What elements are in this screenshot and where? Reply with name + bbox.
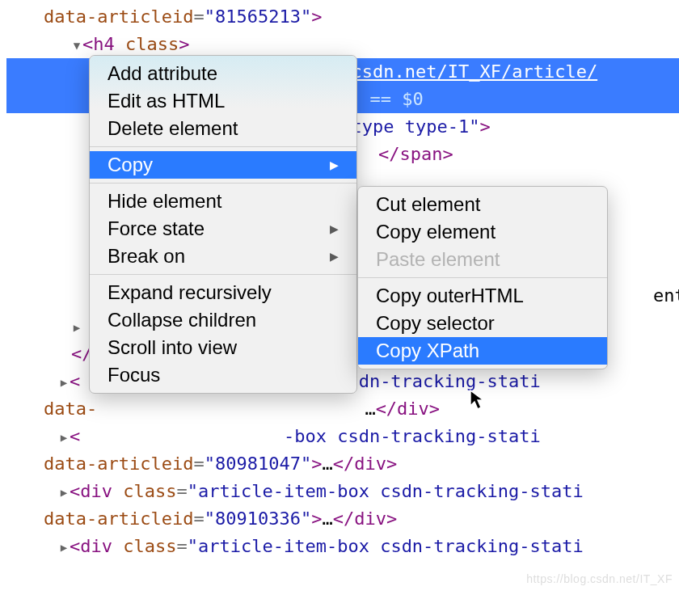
menu-expand-recursively[interactable]: Expand recursively <box>90 279 356 306</box>
menu-hide-element[interactable]: Hide element <box>90 188 356 215</box>
dollar-zero: == $0 <box>370 89 424 109</box>
attr-name: class <box>125 34 179 54</box>
expand-arrow-down-icon[interactable] <box>71 37 82 55</box>
menu-break-on[interactable]: Break on <box>90 243 356 270</box>
submenu-cut-element[interactable]: Cut element <box>358 191 607 218</box>
menu-separator <box>90 274 356 275</box>
submenu-arrow-icon <box>330 250 339 263</box>
menu-add-attribute[interactable]: Add attribute <box>90 60 356 87</box>
menu-separator <box>90 183 356 184</box>
dom-div-attr-row[interactable]: data-articleid="80910336">…</div> <box>6 505 679 533</box>
menu-focus[interactable]: Focus <box>90 361 356 389</box>
menu-force-state[interactable]: Force state <box>90 215 356 243</box>
menu-separator <box>358 277 607 278</box>
url-fragment: g.csdn.net/IT_XF/article/ <box>330 61 597 82</box>
dom-div-row[interactable]: <xxxxxxxxxxxxxxxxxxx-box csdn-tracking-s… <box>6 423 679 450</box>
submenu-arrow-icon <box>330 222 339 235</box>
attr-value: 81565213 <box>215 6 301 27</box>
menu-delete-element[interactable]: Delete element <box>90 115 356 142</box>
submenu-copy-selector[interactable]: Copy selector <box>358 310 607 337</box>
dom-div-row[interactable]: <div class="article-item-box csdn-tracki… <box>6 478 679 505</box>
submenu-copy-element[interactable]: Copy element <box>358 218 607 246</box>
dom-attr-line[interactable]: data-articleid="81565213"> <box>6 3 679 31</box>
expand-arrow-right-icon[interactable] <box>58 539 70 557</box>
attr-name: data-articleid <box>44 6 193 27</box>
close-tag: </span> <box>378 144 453 164</box>
dom-div-attr-row[interactable]: data-articleid="80981047">…</div> <box>6 450 679 478</box>
menu-collapse-children[interactable]: Collapse children <box>90 306 356 334</box>
dom-div-attr-row[interactable]: data-xxxxxxxxxxxxxxxxxxxxxxxxx…</div> <box>6 395 679 423</box>
expand-arrow-right-icon[interactable] <box>58 374 70 392</box>
watermark: https://blog.csdn.net/IT_XF <box>526 572 673 585</box>
expand-arrow-right-icon[interactable] <box>58 429 70 447</box>
expand-arrow-right-icon[interactable] <box>58 484 70 502</box>
submenu-paste-element: Paste element <box>358 246 607 273</box>
submenu-copy-xpath[interactable]: Copy XPath <box>358 337 607 365</box>
dom-div-row[interactable]: <div class="article-item-box csdn-tracki… <box>6 533 679 560</box>
tag: <h4 <box>82 34 115 54</box>
menu-edit-as-html[interactable]: Edit as HTML <box>90 87 356 115</box>
submenu-copy-outerhtml[interactable]: Copy outerHTML <box>358 282 607 310</box>
menu-scroll-into-view[interactable]: Scroll into view <box>90 334 356 361</box>
expand-arrow-right-icon[interactable] <box>71 319 82 337</box>
menu-separator <box>90 146 356 147</box>
menu-copy[interactable]: Copy <box>90 151 356 179</box>
context-submenu-copy: Cut element Copy element Paste element C… <box>357 186 608 369</box>
submenu-arrow-icon <box>330 158 339 171</box>
context-menu: Add attribute Edit as HTML Delete elemen… <box>89 55 357 394</box>
